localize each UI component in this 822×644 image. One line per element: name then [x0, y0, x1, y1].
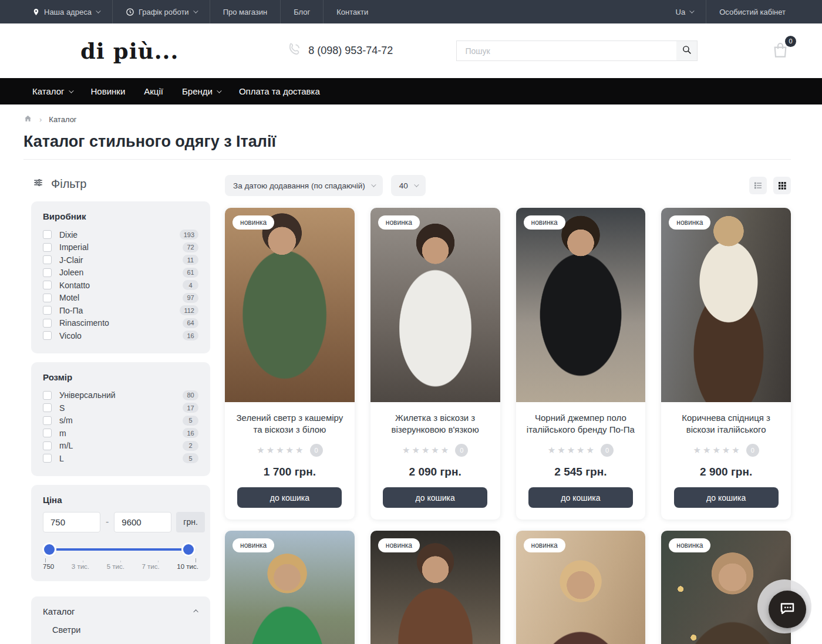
price-slider[interactable] — [45, 544, 196, 555]
filter-option[interactable]: J-Clair 11 — [43, 254, 198, 267]
product-card[interactable]: новинка Коричнева спідниця з віскози іта… — [661, 208, 791, 520]
nav-item-brands[interactable]: Бренди — [182, 86, 220, 96]
checkbox[interactable] — [43, 441, 52, 450]
chevron-down-icon — [689, 8, 694, 13]
nav-item-payment-delivery[interactable]: Оплата та доставка — [239, 86, 320, 96]
add-to-cart-button[interactable]: до кошика — [383, 487, 487, 508]
filter-option[interactable]: Vicolo 16 — [43, 329, 198, 342]
checkbox[interactable] — [43, 319, 52, 328]
sort-select[interactable]: За датою додавання (по спадаючій) — [225, 175, 383, 196]
topbar-item-label: Наша адреса — [44, 8, 92, 16]
product-title[interactable]: Зелений светр з кашеміру та віскози з бі… — [233, 412, 346, 436]
filter-option[interactable]: Imperial 72 — [43, 241, 198, 254]
product-image[interactable]: новинка — [516, 208, 646, 402]
nav-item-catalog[interactable]: Каталог — [32, 86, 72, 96]
search-button[interactable] — [676, 41, 698, 61]
filter-option[interactable]: По-Па 112 — [43, 304, 198, 317]
product-card[interactable]: новинка Чорний джемпер поло італійського… — [516, 208, 646, 520]
filter-option[interactable]: Motel 97 — [43, 292, 198, 305]
price-min-input[interactable] — [43, 512, 100, 532]
grid-view-button[interactable] — [773, 177, 791, 194]
filter-section-catalog: Каталог Светри Футболки Блузи — [31, 596, 210, 644]
product-card[interactable]: новинка Жилетка з віскози з візерунковою… — [370, 208, 500, 520]
checkbox[interactable] — [43, 294, 52, 302]
product-image[interactable]: новинка — [225, 208, 355, 402]
home-icon[interactable] — [23, 114, 32, 124]
product-image[interactable]: новинка — [370, 208, 500, 402]
tick — [45, 558, 46, 562]
price-max-input[interactable] — [114, 512, 171, 532]
chat-button[interactable] — [769, 591, 806, 628]
count-badge: 112 — [180, 305, 198, 315]
filter-option[interactable]: Універсальний 80 — [43, 389, 198, 402]
slider-ticks — [45, 558, 196, 562]
checkbox[interactable] — [43, 281, 52, 289]
filter-section-title: Виробник — [43, 211, 198, 221]
checkbox[interactable] — [43, 391, 52, 400]
topbar-item-blog[interactable]: Блог — [281, 0, 323, 23]
product-image[interactable]: новинка — [661, 208, 791, 402]
nav-item-new[interactable]: Новинки — [91, 86, 126, 96]
filter-option[interactable]: Dixie 193 — [43, 228, 198, 241]
cart-button[interactable]: 0 — [771, 41, 791, 61]
phone-block[interactable]: 8 (098) 953-74-72 — [287, 42, 393, 60]
new-badge: новинка — [669, 215, 710, 230]
catalog-collapse-header[interactable]: Каталог — [43, 606, 198, 616]
product-image[interactable]: новинка — [516, 531, 646, 644]
new-badge: новинка — [669, 538, 710, 552]
checkbox[interactable] — [43, 403, 52, 412]
product-card[interactable]: новинка — [516, 531, 646, 644]
checkbox[interactable] — [43, 429, 52, 437]
chevron-down-icon — [217, 88, 221, 93]
catalog-link-tshirts[interactable]: Футболки — [43, 635, 198, 644]
product-card[interactable]: новинка Зелений светр з кашеміру та віск… — [225, 208, 355, 520]
filter-option[interactable]: s/m 5 — [43, 414, 198, 427]
topbar-item-address[interactable]: Наша адреса — [19, 0, 112, 23]
checkbox[interactable] — [43, 230, 52, 239]
product-card-body: Зелений светр з кашеміру та віскози з бі… — [225, 402, 355, 520]
add-to-cart-button[interactable]: до кошика — [528, 487, 633, 508]
catalog-link-sweaters[interactable]: Светри — [43, 616, 198, 635]
account-link[interactable]: Особистий кабінет — [706, 0, 799, 23]
filter-option[interactable]: Joleen 61 — [43, 267, 198, 279]
search-input[interactable] — [456, 41, 676, 61]
filter-option[interactable]: m/L 2 — [43, 440, 198, 453]
checkbox[interactable] — [43, 268, 52, 277]
checkbox[interactable] — [43, 255, 52, 264]
checkbox[interactable] — [43, 306, 52, 315]
topbar-item-contacts[interactable]: Контакти — [324, 0, 381, 23]
header: di più... 8 (098) 953-74-72 0 — [0, 23, 822, 78]
per-page-select[interactable]: 40 — [391, 175, 426, 196]
filter-option[interactable]: S 17 — [43, 402, 198, 414]
topbar-item-schedule[interactable]: Графік роботи — [113, 0, 210, 23]
checkbox[interactable] — [43, 243, 52, 252]
slider-handle-min[interactable] — [44, 544, 55, 555]
checkbox[interactable] — [43, 416, 52, 425]
scale-label: 7 тис. — [142, 563, 159, 570]
content: Фільтр Виробник Dixie 193 Imperial 72 J-… — [0, 160, 822, 644]
filter-option[interactable]: Kontatto 4 — [43, 279, 198, 292]
topbar-item-about[interactable]: Про магазин — [210, 0, 281, 23]
count-badge: 4 — [183, 280, 198, 290]
product-card[interactable]: новинка — [225, 531, 355, 644]
product-image[interactable]: новинка — [225, 531, 355, 644]
product-title[interactable]: Коричнева спідниця з віскози італійськог… — [669, 412, 783, 436]
language-selector[interactable]: Ua — [663, 0, 706, 23]
filter-option[interactable]: Rinascimento 64 — [43, 317, 198, 330]
filter-option-label: Kontatto — [59, 281, 183, 290]
product-image[interactable]: новинка — [370, 531, 500, 644]
slider-handle-max[interactable] — [183, 544, 194, 555]
add-to-cart-button[interactable]: до кошика — [237, 487, 342, 508]
account-label: Особистий кабінет — [719, 8, 786, 16]
product-title[interactable]: Жилетка з віскози з візерунковою в'язкою — [379, 412, 492, 436]
add-to-cart-button[interactable]: до кошика — [674, 487, 779, 508]
product-title[interactable]: Чорний джемпер поло італійського бренду … — [524, 412, 638, 436]
logo[interactable]: di più... — [80, 38, 178, 64]
list-view-button[interactable] — [749, 177, 767, 194]
checkbox[interactable] — [43, 454, 52, 463]
filter-option[interactable]: m 16 — [43, 427, 198, 440]
filter-option[interactable]: L 5 — [43, 452, 198, 465]
checkbox[interactable] — [43, 331, 52, 340]
nav-item-sales[interactable]: Акції — [144, 86, 163, 96]
product-card[interactable]: новинка — [370, 531, 500, 644]
